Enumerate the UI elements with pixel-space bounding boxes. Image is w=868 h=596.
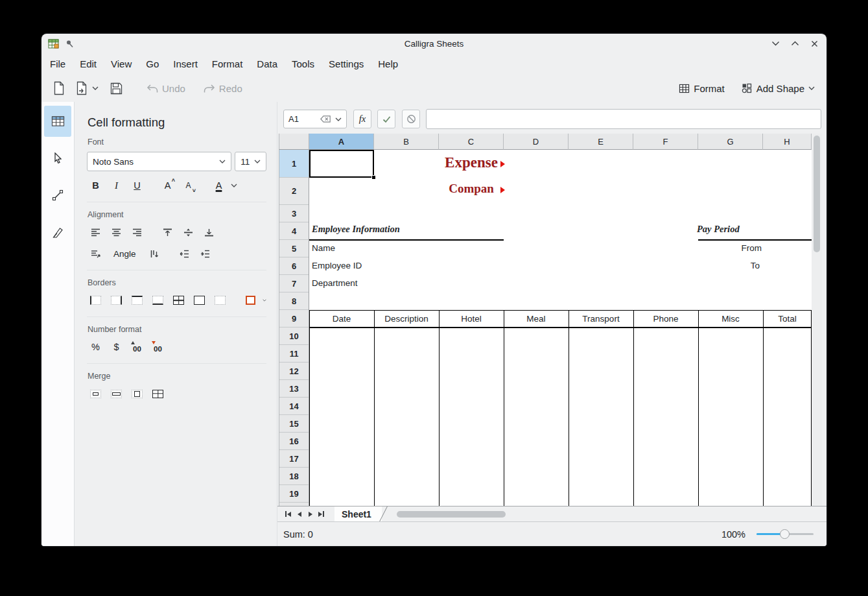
border-bottom-button[interactable] <box>149 292 167 308</box>
column-header[interactable]: F <box>633 134 698 150</box>
decrease-indent-button[interactable] <box>176 246 193 261</box>
vertical-scrollbar-thumb[interactable] <box>814 136 820 252</box>
column-header[interactable]: C <box>439 134 504 150</box>
last-sheet-button[interactable] <box>316 508 327 519</box>
zoom-slider-knob[interactable] <box>780 529 790 539</box>
column-header[interactable]: A <box>309 134 374 150</box>
font-color-button[interactable]: A <box>210 178 228 193</box>
decrease-precision-button[interactable]: 00 <box>149 339 167 355</box>
horizontal-scrollbar-thumb[interactable] <box>397 511 506 518</box>
border-outline-button[interactable] <box>191 292 208 308</box>
chevron-down-icon[interactable] <box>263 298 266 302</box>
cell-from-label[interactable]: From <box>698 243 762 253</box>
sheet-grid[interactable]: DateDescriptionHotelMealTransportPhoneMi… <box>309 150 812 506</box>
vertical-text-button[interactable] <box>145 246 163 261</box>
new-document-icon[interactable] <box>53 81 65 95</box>
format-button[interactable]: Format <box>679 83 725 94</box>
font-size-select[interactable]: 11 <box>235 152 266 171</box>
column-header[interactable]: H <box>763 134 812 150</box>
italic-button[interactable]: I <box>108 178 125 193</box>
tool-cell-editor[interactable] <box>44 106 71 137</box>
menu-item[interactable]: Tools <box>285 55 322 73</box>
merge-vertical-button[interactable] <box>128 386 146 401</box>
chevron-down-icon[interactable] <box>231 184 237 187</box>
vertical-scrollbar[interactable] <box>812 134 822 506</box>
cell-pay-period[interactable]: Pay Period <box>697 224 740 235</box>
align-right-button[interactable] <box>128 224 146 240</box>
border-all-button[interactable] <box>170 292 187 308</box>
menu-item[interactable]: View <box>104 55 139 73</box>
redo-button[interactable]: Redo <box>204 83 242 94</box>
expense-table-header-cell[interactable]: Misc <box>698 311 763 328</box>
tool-shape-select[interactable] <box>44 143 71 174</box>
row-header[interactable]: 4 <box>279 222 309 240</box>
save-icon[interactable] <box>110 82 123 95</box>
shrink-font-button[interactable]: A˅ <box>180 178 197 193</box>
align-bottom-button[interactable] <box>200 224 218 240</box>
row-header[interactable]: 3 <box>279 205 309 222</box>
underline-button[interactable]: U <box>128 178 146 193</box>
menu-item[interactable]: Go <box>139 55 166 73</box>
row-header[interactable]: 1 <box>279 150 309 178</box>
menu-item[interactable]: Format <box>205 55 250 73</box>
clear-icon[interactable] <box>320 115 331 123</box>
column-header[interactable]: E <box>569 134 633 150</box>
align-top-button[interactable] <box>159 224 176 240</box>
currency-format-button[interactable]: $ <box>108 339 125 355</box>
close-window-icon[interactable] <box>810 39 819 48</box>
cell-employee-information[interactable]: Employee Information <box>312 224 400 235</box>
cancel-formula-button[interactable] <box>402 110 420 128</box>
merge-cells-button[interactable] <box>87 386 104 401</box>
select-all-corner[interactable] <box>279 134 309 150</box>
add-shape-button[interactable]: Add Shape <box>742 83 815 94</box>
row-header[interactable]: 6 <box>279 257 309 275</box>
pin-icon[interactable] <box>65 40 74 48</box>
align-center-button[interactable] <box>108 224 125 240</box>
expense-table-header-cell[interactable]: Meal <box>504 311 569 328</box>
expense-table-header-cell[interactable]: Transport <box>569 311 633 328</box>
cell-company-name[interactable]: Compan <box>406 182 536 196</box>
increase-indent-button[interactable] <box>196 246 214 261</box>
expense-table-header-cell[interactable]: Phone <box>633 311 698 328</box>
menu-item[interactable]: Edit <box>73 55 104 73</box>
formula-wizard-button[interactable]: fx <box>353 110 371 128</box>
column-header[interactable]: B <box>374 134 439 150</box>
tool-line-connector[interactable] <box>44 180 71 211</box>
text-rotation-button[interactable] <box>87 246 104 261</box>
row-header[interactable]: 8 <box>279 292 309 310</box>
menu-item[interactable]: Data <box>250 55 285 73</box>
sheet-tab[interactable]: Sheet1 <box>334 507 382 522</box>
titlebar[interactable]: Calligra Sheets <box>41 34 827 53</box>
maximize-window-icon[interactable] <box>790 39 799 48</box>
expense-table-header-cell[interactable]: Hotel <box>439 311 504 328</box>
tool-calligraphy-pen[interactable] <box>44 217 71 248</box>
merge-horizontal-button[interactable] <box>108 386 125 401</box>
cell-reference-combo[interactable]: A1 <box>283 110 347 128</box>
row-header[interactable]: 10 <box>279 328 309 345</box>
cell-expense-title[interactable]: Expense <box>406 154 536 171</box>
row-header[interactable]: 11 <box>279 345 309 363</box>
menu-item[interactable]: File <box>43 55 73 73</box>
font-family-select[interactable]: Noto Sans <box>87 152 231 171</box>
cell-selection-marquee[interactable] <box>309 150 374 178</box>
selection-fill-handle[interactable] <box>371 175 376 180</box>
row-header[interactable]: 2 <box>279 178 309 205</box>
next-sheet-button[interactable] <box>305 508 316 519</box>
align-left-button[interactable] <box>87 224 104 240</box>
column-header[interactable]: D <box>504 134 569 150</box>
row-header[interactable]: 18 <box>279 468 309 485</box>
border-left-button[interactable] <box>87 292 104 308</box>
menu-item[interactable]: Settings <box>322 55 371 73</box>
cell-department-label[interactable]: Department <box>312 278 358 288</box>
row-header[interactable]: 12 <box>279 363 309 380</box>
cell-to-label[interactable]: To <box>698 261 760 270</box>
border-color-button[interactable] <box>242 292 259 308</box>
row-header[interactable]: 9 <box>279 310 309 328</box>
border-top-button[interactable] <box>128 292 146 308</box>
row-header[interactable]: 16 <box>279 433 309 450</box>
expense-table-header-cell[interactable]: Date <box>309 311 374 328</box>
cell-employee-id-label[interactable]: Employee ID <box>312 261 362 270</box>
row-header[interactable]: 15 <box>279 415 309 433</box>
formula-input[interactable] <box>426 109 821 129</box>
first-sheet-button[interactable] <box>283 508 294 519</box>
